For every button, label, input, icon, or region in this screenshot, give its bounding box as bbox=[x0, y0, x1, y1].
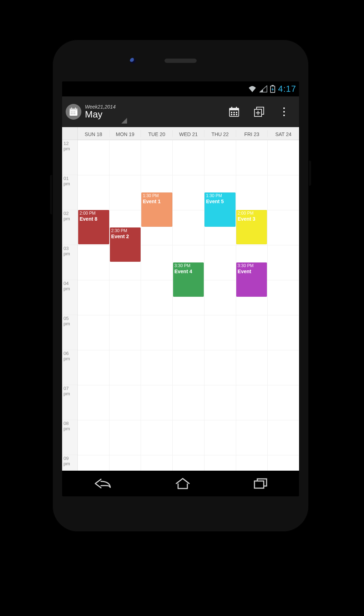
svg-rect-16 bbox=[231, 112, 232, 113]
today-button[interactable] bbox=[223, 100, 246, 123]
event-time: 1:30 PM bbox=[206, 194, 234, 199]
day-header[interactable]: THU 22 bbox=[204, 130, 236, 137]
hour-label: 06pm bbox=[62, 350, 77, 385]
svg-rect-10 bbox=[72, 113, 74, 114]
svg-rect-11 bbox=[74, 113, 75, 114]
day-header[interactable]: WED 21 bbox=[173, 130, 204, 137]
status-bar: 4:17 bbox=[62, 81, 299, 96]
event-time: 3:30 PM bbox=[175, 264, 203, 269]
title-dropdown[interactable]: Week21,2014 May bbox=[85, 104, 116, 119]
hour-label: 05pm bbox=[62, 315, 77, 350]
svg-rect-21 bbox=[236, 114, 237, 115]
svg-rect-18 bbox=[236, 112, 237, 113]
day-header-row: SUN 18 MON 19 TUE 20 WED 21 THU 22 FRI 2… bbox=[62, 127, 299, 140]
day-header[interactable]: MON 19 bbox=[110, 130, 141, 137]
calendar-event[interactable]: 3:30 PMEvent 4 bbox=[173, 262, 204, 297]
svg-rect-9 bbox=[71, 113, 72, 114]
dropdown-indicator-icon bbox=[121, 118, 127, 124]
svg-rect-6 bbox=[71, 111, 72, 112]
home-button[interactable] bbox=[175, 477, 191, 490]
svg-rect-1 bbox=[272, 85, 274, 86]
svg-rect-4 bbox=[71, 107, 72, 109]
signal-icon bbox=[259, 85, 267, 92]
event-name: Event 3 bbox=[238, 216, 266, 222]
status-time: 4:17 bbox=[278, 84, 296, 94]
svg-rect-3 bbox=[70, 109, 77, 110]
time-gutter: 12pm01pm02pm03pm04pm05pm06pm07pm08pm09pm bbox=[62, 140, 78, 471]
event-time: 3:30 PM bbox=[238, 264, 266, 269]
event-name: Event bbox=[238, 269, 266, 274]
svg-rect-25 bbox=[283, 111, 285, 112]
event-time: 2:00 PM bbox=[80, 211, 108, 216]
overflow-menu-button[interactable] bbox=[273, 100, 295, 123]
svg-rect-24 bbox=[283, 107, 285, 109]
hour-label: 02pm bbox=[62, 210, 77, 245]
battery-icon bbox=[270, 85, 275, 93]
grid-days: 2:00 PMEvent 82:30 PMEvent 21:30 PMEvent… bbox=[78, 140, 299, 471]
event-name: Event 1 bbox=[143, 199, 171, 204]
hour-label: 09pm bbox=[62, 455, 77, 471]
svg-rect-19 bbox=[231, 114, 232, 115]
system-nav-bar bbox=[62, 471, 299, 496]
day-header[interactable]: SUN 18 bbox=[78, 130, 110, 137]
day-header[interactable]: FRI 23 bbox=[236, 130, 268, 137]
time-grid[interactable]: 12pm01pm02pm03pm04pm05pm06pm07pm08pm09pm… bbox=[62, 140, 299, 471]
svg-rect-28 bbox=[254, 481, 264, 488]
hour-label: 03pm bbox=[62, 245, 77, 280]
hour-label: 04pm bbox=[62, 280, 77, 315]
hour-label: 12pm bbox=[62, 140, 77, 175]
calendar-event[interactable]: 1:30 PMEvent 1 bbox=[141, 192, 172, 227]
action-bar: Week21,2014 May bbox=[62, 96, 299, 127]
hour-label: 07pm bbox=[62, 385, 77, 420]
event-time: 2:30 PM bbox=[111, 229, 140, 234]
svg-rect-5 bbox=[75, 107, 76, 109]
svg-rect-14 bbox=[231, 107, 232, 109]
back-button[interactable] bbox=[93, 477, 112, 490]
svg-rect-26 bbox=[283, 115, 285, 116]
event-name: Event 8 bbox=[80, 216, 108, 222]
calendar-event[interactable]: 2:00 PMEvent 8 bbox=[78, 210, 109, 244]
event-name: Event 2 bbox=[111, 234, 140, 239]
new-event-button[interactable] bbox=[248, 100, 271, 123]
svg-rect-7 bbox=[72, 111, 74, 112]
event-name: Event 5 bbox=[206, 199, 234, 204]
wifi-icon bbox=[248, 85, 257, 92]
day-header[interactable]: SAT 24 bbox=[268, 130, 299, 137]
app-icon[interactable] bbox=[66, 104, 81, 120]
front-camera bbox=[130, 58, 136, 64]
day-header[interactable]: TUE 20 bbox=[141, 130, 173, 137]
screen: 4:17 Week21,2014 May bbox=[62, 81, 299, 496]
calendar-event[interactable]: 2:00 PMEvent 3 bbox=[236, 210, 267, 244]
svg-rect-15 bbox=[236, 107, 237, 109]
event-time: 2:00 PM bbox=[238, 211, 266, 216]
gutter-header bbox=[62, 127, 78, 140]
event-name: Event 4 bbox=[175, 269, 203, 274]
phone-frame: 4:17 Week21,2014 May bbox=[52, 39, 309, 532]
event-time: 1:30 PM bbox=[143, 194, 171, 199]
svg-rect-20 bbox=[233, 114, 235, 115]
calendar-event[interactable]: 2:30 PMEvent 2 bbox=[110, 227, 141, 262]
hour-label: 08pm bbox=[62, 420, 77, 455]
title: May bbox=[85, 110, 116, 119]
earpiece bbox=[165, 59, 197, 63]
svg-rect-13 bbox=[229, 108, 239, 110]
svg-rect-17 bbox=[233, 112, 235, 113]
svg-rect-8 bbox=[74, 111, 75, 112]
calendar-event[interactable]: 3:30 PMEvent bbox=[236, 262, 267, 297]
hour-label: 01pm bbox=[62, 175, 77, 210]
calendar-week-view: SUN 18 MON 19 TUE 20 WED 21 THU 22 FRI 2… bbox=[62, 127, 299, 471]
recent-apps-button[interactable] bbox=[253, 477, 268, 490]
calendar-event[interactable]: 1:30 PMEvent 5 bbox=[204, 192, 236, 227]
